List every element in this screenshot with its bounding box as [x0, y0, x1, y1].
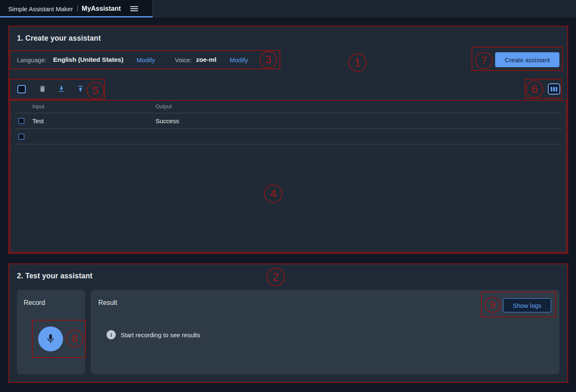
- table-divider: [15, 144, 561, 144]
- voice-value: zoe-ml: [196, 56, 216, 63]
- modify-voice-link[interactable]: Modify: [230, 56, 248, 63]
- top-bar: Simple Assistant Maker | MyAssistant: [0, 0, 576, 17]
- trash-icon: [39, 85, 46, 94]
- table-divider: [15, 129, 561, 129]
- record-card-title: Record: [24, 299, 45, 307]
- create-assistant-button[interactable]: Create assistant: [495, 52, 559, 67]
- upload-button[interactable]: [75, 84, 86, 95]
- delete-button[interactable]: [37, 84, 48, 95]
- test-section-title: 2. Test your assistant: [17, 272, 92, 280]
- table-header-input: Input: [32, 103, 44, 110]
- column-settings-button[interactable]: [548, 83, 560, 95]
- download-button[interactable]: [56, 84, 67, 95]
- table-divider: [15, 113, 561, 113]
- menu-icon[interactable]: [130, 6, 138, 12]
- voice-label: Voice:: [175, 56, 192, 63]
- title-separator: |: [77, 5, 78, 12]
- columns-icon: [551, 87, 557, 92]
- microphone-icon: [45, 333, 56, 345]
- result-card-title: Result: [98, 299, 117, 307]
- table-header-output: Output: [156, 103, 172, 110]
- language-voice-row: Language: English (United States) Modify…: [17, 54, 248, 66]
- assistant-name: MyAssistant: [82, 5, 121, 12]
- info-icon: i: [107, 330, 116, 339]
- assistant-tab[interactable]: Simple Assistant Maker | MyAssistant: [0, 0, 153, 17]
- record-button[interactable]: [38, 326, 63, 351]
- output-cell: Success: [156, 117, 179, 124]
- modify-language-link[interactable]: Modify: [137, 56, 155, 63]
- download-icon: [57, 85, 66, 94]
- result-empty-state: Start recording to see results: [121, 331, 200, 338]
- active-tab-underline: [0, 16, 153, 17]
- page: Simple Assistant Maker | MyAssistant 1. …: [0, 0, 576, 392]
- app-title: Simple Assistant Maker: [8, 5, 73, 12]
- upload-icon: [76, 85, 85, 94]
- select-all-checkbox[interactable]: [17, 85, 26, 93]
- show-logs-button[interactable]: Show logs: [503, 298, 551, 312]
- input-cell[interactable]: Test: [32, 117, 44, 124]
- language-label: Language:: [17, 56, 46, 63]
- language-value: English (United States): [53, 56, 124, 63]
- row-checkbox[interactable]: [18, 118, 24, 124]
- row-checkbox[interactable]: [18, 134, 24, 140]
- create-section-title: 1. Create your assistant: [17, 34, 101, 43]
